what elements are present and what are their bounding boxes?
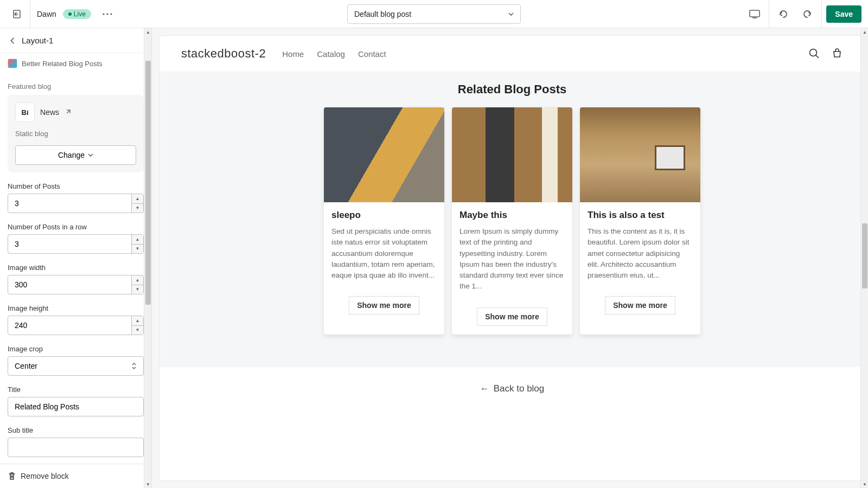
undo-button[interactable]: [774, 4, 793, 24]
num-posts-label: Number of Posts: [8, 182, 144, 190]
title-input[interactable]: [8, 397, 144, 416]
spinner[interactable]: ▲▼: [131, 316, 143, 335]
chevron-left-icon[interactable]: [9, 37, 16, 44]
num-row-input[interactable]: [8, 234, 144, 254]
live-dot-icon: [68, 12, 72, 16]
svg-point-2: [106, 13, 108, 15]
external-link-icon[interactable]: [65, 109, 71, 115]
svg-point-3: [110, 13, 112, 15]
search-icon[interactable]: [808, 48, 820, 60]
subtitle-input[interactable]: [8, 438, 144, 457]
select-arrows-icon: [131, 362, 137, 370]
spinner-up-icon[interactable]: ▲: [132, 194, 143, 204]
blog-sub: Static blog: [15, 130, 136, 138]
template-select[interactable]: Default blog post: [347, 4, 521, 24]
save-button[interactable]: Save: [826, 5, 861, 23]
spinner[interactable]: ▲▼: [131, 235, 143, 253]
store-logo[interactable]: stackedboost-2: [181, 47, 266, 61]
nav-link[interactable]: Home: [282, 49, 304, 59]
post-excerpt: Lorem Ipsum is simply dummy text of the …: [459, 226, 565, 292]
show-more-button[interactable]: Show me more: [605, 296, 675, 314]
change-button[interactable]: Change: [15, 145, 136, 165]
preview-scrollbar[interactable]: ▲ ▼: [860, 28, 868, 488]
scroll-up-icon[interactable]: ▲: [144, 28, 152, 36]
related-section: Related Blog Posts sleepo Sed ut perspic…: [159, 72, 865, 367]
more-button[interactable]: [98, 4, 117, 24]
live-badge: Live: [63, 9, 91, 19]
num-row-label: Number of Posts in a row: [8, 223, 144, 231]
post-image[interactable]: [324, 107, 444, 202]
redo-button[interactable]: [797, 4, 817, 24]
img-width-input[interactable]: [8, 275, 144, 294]
post-excerpt: Sed ut perspiciatis unde omnis iste natu…: [331, 226, 437, 281]
blog-icon: Bi: [15, 102, 35, 122]
preview-pane: stackedboost-2 Home Catalog Contact Rela…: [159, 36, 865, 480]
more-icon: [103, 13, 112, 15]
sidebar-title: Layout-1: [22, 36, 53, 45]
divider: [821, 0, 822, 28]
blog-name[interactable]: News: [40, 108, 59, 117]
theme-name: Dawn: [37, 10, 56, 18]
sidebar-scrollbar[interactable]: ▲ ▼: [144, 28, 151, 488]
scroll-up-icon[interactable]: ▲: [861, 28, 868, 36]
svg-point-6: [810, 49, 817, 56]
app-name: Better Related Blog Posts: [22, 60, 103, 68]
show-more-button[interactable]: Show me more: [349, 296, 419, 314]
spinner-up-icon[interactable]: ▲: [132, 316, 143, 326]
nav-link[interactable]: Contact: [358, 49, 386, 59]
img-crop-select[interactable]: Center: [8, 356, 144, 376]
topbar: Dawn Live Default blog post Save: [0, 0, 868, 28]
spinner[interactable]: ▲▼: [131, 275, 143, 294]
num-posts-input[interactable]: [8, 194, 144, 213]
store-nav: Home Catalog Contact: [282, 49, 386, 59]
divider: [769, 0, 769, 28]
scroll-down-icon[interactable]: ▼: [144, 480, 152, 488]
scrollbar-thumb[interactable]: [862, 223, 867, 288]
svg-line-7: [816, 55, 819, 58]
back-to-blog-link[interactable]: ←Back to blog: [159, 367, 865, 416]
spinner-down-icon[interactable]: ▼: [132, 245, 143, 254]
spinner-down-icon[interactable]: ▼: [132, 285, 143, 294]
scrollbar-thumb[interactable]: [145, 61, 151, 305]
show-more-button[interactable]: Show me more: [477, 307, 547, 326]
post-image[interactable]: [452, 107, 572, 202]
svg-point-1: [103, 13, 104, 15]
img-width-label: Image width: [8, 264, 144, 272]
related-title: Related Blog Posts: [181, 82, 843, 97]
cart-icon[interactable]: [831, 48, 843, 60]
post-title[interactable]: This is also a test: [588, 210, 693, 221]
title-label: Title: [8, 386, 144, 394]
spinner-down-icon[interactable]: ▼: [132, 326, 143, 335]
posts-grid: sleepo Sed ut perspiciatis unde omnis is…: [181, 107, 843, 335]
remove-block-button[interactable]: Remove block: [8, 472, 69, 480]
sidebar: Layout-1 Better Related Blog Posts Featu…: [0, 28, 152, 488]
post-image[interactable]: [580, 107, 700, 202]
chevron-down-icon: [508, 12, 514, 16]
post-title[interactable]: Maybe this: [459, 210, 565, 221]
spinner-up-icon[interactable]: ▲: [132, 275, 143, 285]
nav-link[interactable]: Catalog: [317, 49, 345, 59]
desktop-icon: [749, 10, 760, 18]
img-height-label: Image height: [8, 304, 144, 312]
undo-icon: [778, 9, 788, 19]
svg-rect-4: [750, 10, 760, 17]
spinner-down-icon[interactable]: ▼: [132, 204, 143, 213]
subtitle-label: Sub title: [8, 426, 144, 434]
img-crop-label: Image crop: [8, 345, 144, 353]
exit-button[interactable]: [4, 0, 30, 28]
post-title[interactable]: sleepo: [331, 210, 437, 221]
store-header: stackedboost-2 Home Catalog Contact: [159, 36, 865, 72]
app-row: Better Related Blog Posts: [0, 53, 151, 74]
img-height-input[interactable]: [8, 316, 144, 335]
spinner-up-icon[interactable]: ▲: [132, 235, 143, 245]
chevron-down-icon: [88, 153, 93, 157]
redo-icon: [802, 9, 812, 19]
post-card: This is also a test This is the content …: [580, 107, 700, 335]
scroll-down-icon[interactable]: ▼: [861, 480, 868, 488]
post-excerpt: This is the content as it is, it is beau…: [588, 226, 693, 281]
post-card: sleepo Sed ut perspiciatis unde omnis is…: [324, 107, 444, 335]
viewport-button[interactable]: [745, 4, 764, 24]
post-card: Maybe this Lorem Ipsum is simply dummy t…: [452, 107, 572, 335]
spinner[interactable]: ▲▼: [131, 194, 143, 213]
exit-icon: [12, 9, 23, 20]
